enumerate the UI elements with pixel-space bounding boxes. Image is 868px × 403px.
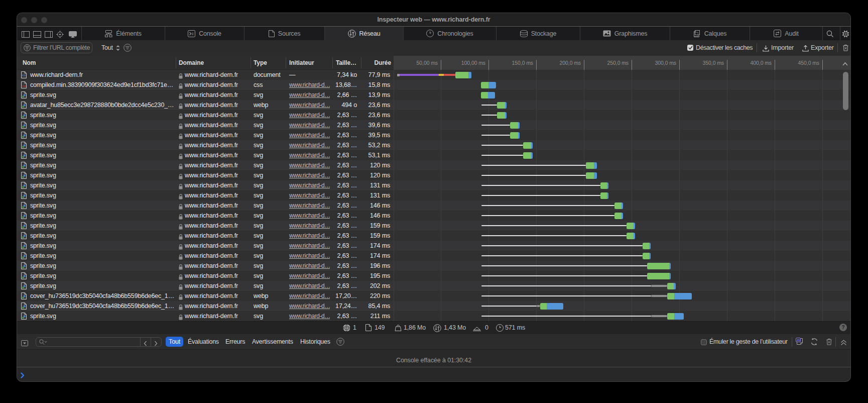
svg-text:JS: JS: [796, 339, 800, 342]
svg-text:css: css: [22, 85, 26, 87]
svg-text:?: ?: [841, 325, 844, 330]
